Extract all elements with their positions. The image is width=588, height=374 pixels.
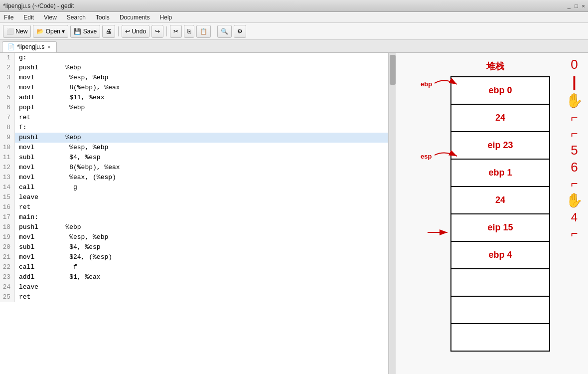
line-number: 19 <box>0 232 15 242</box>
menu-documents[interactable]: Documents <box>118 13 152 21</box>
title-bar: *lipengju.s (~/Code) - gedit _ □ × <box>0 0 588 12</box>
table-row: 16 ret <box>0 202 388 212</box>
tab-close-button[interactable]: × <box>46 44 51 50</box>
line-content: movl %eax, (%esp) <box>15 173 116 183</box>
stack-title: 堆栈 <box>421 60 570 72</box>
line-number: 17 <box>0 212 15 222</box>
line-content: pushl %ebp <box>15 133 81 143</box>
icon-6: ⌐ <box>571 178 578 189</box>
icon-4: 5 <box>571 144 578 157</box>
list-item <box>451 324 550 351</box>
table-row: 17 main: <box>0 212 388 222</box>
ebp-label: ebp <box>421 80 432 88</box>
stack-table: ebp 0 24 eip 23 ebp 1 24 eip 1 <box>450 76 550 352</box>
table-row: 4 movl 8(%ebp), %eax <box>0 83 388 93</box>
table-row: 8 f: <box>0 123 388 133</box>
print-button[interactable]: 🖨 <box>102 25 115 38</box>
line-number: 23 <box>0 272 15 282</box>
line-content: leave <box>15 282 54 292</box>
table-row: 21 movl $24, (%esp) <box>0 252 388 262</box>
line-number: 12 <box>0 163 15 173</box>
paste-button[interactable]: 📋 <box>196 25 211 38</box>
line-content: g: <box>15 53 27 63</box>
menu-edit[interactable]: Edit <box>21 13 36 21</box>
save-button[interactable]: 💾 Save <box>70 25 100 38</box>
line-number: 4 <box>0 83 15 93</box>
line-content: subl $4, %esp <box>15 242 101 252</box>
table-row: 15 leave <box>0 192 388 202</box>
menu-help[interactable]: Help <box>158 13 174 21</box>
line-content: ret <box>15 113 54 123</box>
line-number: 5 <box>0 93 15 103</box>
list-item: eip 23 <box>451 132 550 159</box>
line-number: 15 <box>0 192 15 202</box>
ebp1-arrow <box>428 227 455 238</box>
line-number: 25 <box>0 292 15 302</box>
icon-7: 4 <box>571 211 578 223</box>
menu-search[interactable]: Search <box>65 13 88 21</box>
line-content: main: <box>15 212 38 222</box>
line-number: 13 <box>0 173 15 183</box>
icon-8: ⌐ <box>571 227 578 239</box>
code-editor[interactable]: 1 g: 2 pushl %ebp 3 movl %esp, %ebp 4 mo… <box>0 53 389 374</box>
menu-file[interactable]: File <box>2 13 15 21</box>
menu-view[interactable]: View <box>42 13 59 21</box>
open-button[interactable]: 📂 Open ▾ <box>33 25 68 38</box>
maximize-button[interactable]: □ <box>575 3 578 9</box>
list-item: 24 <box>451 187 550 214</box>
cut-button[interactable]: ✂ <box>170 25 182 38</box>
icon-1: | <box>572 75 576 90</box>
ebp1-arrow-svg <box>428 227 455 237</box>
scrollbar[interactable] <box>389 53 396 374</box>
line-content: ret <box>15 292 54 302</box>
stack-cell-24a: 24 <box>451 104 550 132</box>
table-row: 25 ret <box>0 292 388 302</box>
line-content: addl $1, %eax <box>15 272 101 282</box>
list-item: 24 <box>451 104 550 132</box>
table-row: 12 movl 8(%ebp), %eax <box>0 163 388 173</box>
table-row: 20 subl $4, %esp <box>0 242 388 252</box>
line-number: 21 <box>0 252 15 262</box>
toolbar: ⬜ New 📂 Open ▾ 💾 Save 🖨 ↩ Undo ↪ ✂ ⎘ 📋 🔍… <box>0 23 588 40</box>
table-row: 22 call f <box>0 262 388 272</box>
icon-hand1: ✋ <box>566 94 583 108</box>
list-item <box>451 296 550 324</box>
line-number: 8 <box>0 123 15 133</box>
settings-button[interactable]: ⚙ <box>234 25 246 38</box>
table-row: 6 popl %ebp <box>0 103 388 113</box>
list-item: ebp 4 <box>451 241 550 269</box>
line-content: movl $24, (%esp) <box>15 252 112 262</box>
toolbar-separator-2 <box>166 26 167 36</box>
minimize-button[interactable]: _ <box>568 3 571 9</box>
table-row: 3 movl %esp, %ebp <box>0 73 388 83</box>
tab-icon: 📄 <box>7 43 15 50</box>
redo-button[interactable]: ↪ <box>151 25 163 38</box>
new-button[interactable]: ⬜ New <box>3 25 31 38</box>
line-content: movl %esp, %ebp <box>15 232 108 242</box>
line-number: 2 <box>0 63 15 73</box>
ebp-arrow <box>435 77 464 92</box>
stack-cell-24b: 24 <box>451 187 550 214</box>
find-button[interactable]: 🔍 <box>217 25 232 38</box>
scroll-thumb[interactable] <box>390 55 396 85</box>
list-item: eip 15 <box>451 214 550 241</box>
stack-cell-ebp0: ebp 0 <box>451 77 550 104</box>
title-buttons[interactable]: _ □ × <box>568 3 585 9</box>
table-row: 7 ret <box>0 113 388 123</box>
close-button[interactable]: × <box>582 3 585 9</box>
line-content: subl $4, %esp <box>15 153 101 163</box>
tab-lipengju[interactable]: 📄 *lipengju.s × <box>2 41 57 52</box>
copy-button[interactable]: ⎘ <box>184 25 194 38</box>
table-row: 1 g: <box>0 53 388 63</box>
line-number: 18 <box>0 222 15 232</box>
line-content: f: <box>15 123 27 133</box>
icon-0: 0 <box>571 58 578 71</box>
line-content: movl 8(%ebp), %eax <box>15 163 120 173</box>
menu-tools[interactable]: Tools <box>94 13 112 21</box>
table-row: 23 addl $1, %eax <box>0 272 388 282</box>
undo-button[interactable]: ↩ Undo <box>122 25 149 38</box>
table-row: 11 subl $4, %esp <box>0 153 388 163</box>
list-item: ebp 1 <box>451 159 550 187</box>
line-content: movl %esp, %ebp <box>15 73 108 83</box>
line-content: popl %ebp <box>15 103 85 113</box>
